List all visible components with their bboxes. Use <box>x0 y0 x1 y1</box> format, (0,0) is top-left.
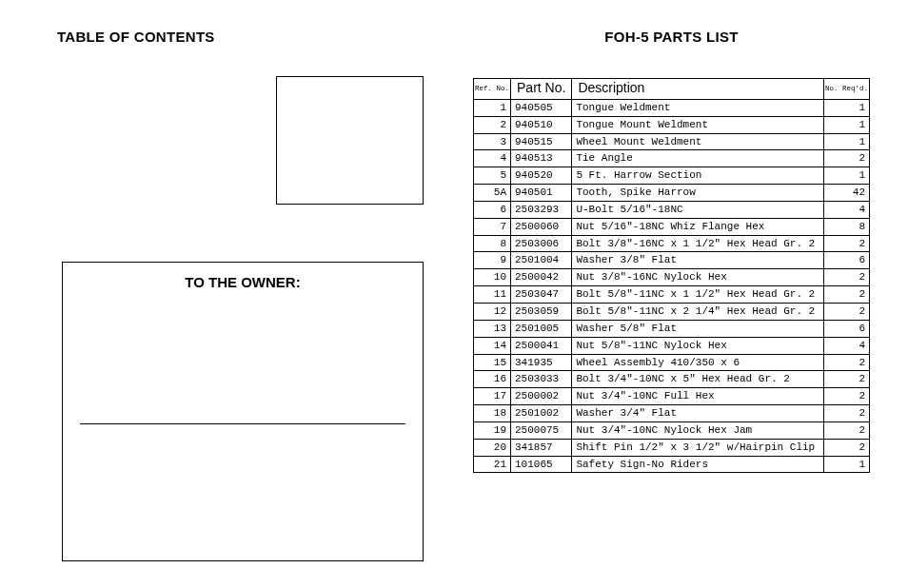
cell-description: Nut 3/4"-10NC Full Hex <box>572 388 824 405</box>
cell-description: Washer 3/8" Flat <box>572 252 824 269</box>
table-row: 2940510Tongue Mount Weldment1 <box>474 116 870 133</box>
left-column: TABLE OF CONTENTS TO THE OWNER: <box>0 0 454 588</box>
cell-no-reqd: 2 <box>823 286 869 304</box>
cell-ref-no: 14 <box>474 337 511 354</box>
table-row: 192500075Nut 3/4"-10NC Nylock Hex Jam2 <box>474 421 870 439</box>
table-row: 102500042Nut 3/8"-16NC Nylock Hex2 <box>474 269 870 286</box>
cell-description: Tie Angle <box>572 150 824 167</box>
table-row: 82503006Bolt 3/8"-16NC x 1 1/2" Hex Head… <box>474 235 870 252</box>
cell-ref-no: 18 <box>474 405 511 422</box>
cell-part-no: 2503059 <box>511 304 572 321</box>
table-row: 122503059Bolt 5/8"-11NC x 2 1/4" Hex Hea… <box>474 304 870 321</box>
page: TABLE OF CONTENTS TO THE OWNER: FOH-5 PA… <box>0 0 908 588</box>
parts-table-body: 1940505Tongue Weldment12940510Tongue Mou… <box>474 99 870 473</box>
header-description: Description <box>572 79 824 100</box>
cell-description: Washer 3/4" Flat <box>572 405 824 422</box>
cell-description: Bolt 5/8"-11NC x 2 1/4" Hex Head Gr. 2 <box>572 304 824 321</box>
cell-description: Nut 5/8"-11NC Nylock Hex <box>572 337 824 354</box>
cell-part-no: 940505 <box>511 99 572 116</box>
cell-no-reqd: 1 <box>823 167 869 185</box>
cell-no-reqd: 6 <box>823 320 869 337</box>
cell-part-no: 101065 <box>511 456 572 473</box>
cell-no-reqd: 2 <box>823 150 869 167</box>
cell-part-no: 2500002 <box>511 388 572 405</box>
cell-ref-no: 3 <box>474 133 511 150</box>
cell-part-no: 341857 <box>511 439 572 456</box>
cell-description: Safety Sign-No Riders <box>572 456 824 473</box>
cell-ref-no: 9 <box>474 252 511 269</box>
table-row: 59405205 Ft. Harrow Section1 <box>474 167 870 185</box>
cell-description: Tooth, Spike Harrow <box>572 185 824 202</box>
owner-divider <box>80 423 405 424</box>
toc-heading: TABLE OF CONTENTS <box>57 29 416 45</box>
cell-no-reqd: 4 <box>823 201 869 218</box>
table-row: 132501005Washer 5/8" Flat6 <box>474 320 870 337</box>
cell-ref-no: 15 <box>474 354 511 371</box>
table-row: 62503293U-Bolt 5/16"-18NC4 <box>474 201 870 218</box>
cell-description: Wheel Assembly 410/350 x 6 <box>572 354 824 371</box>
cell-description: Bolt 5/8"-11NC x 1 1/2" Hex Head Gr. 2 <box>572 286 824 304</box>
cell-description: Bolt 3/8"-16NC x 1 1/2" Hex Head Gr. 2 <box>572 235 824 252</box>
cell-description: Wheel Mount Weldment <box>572 133 824 150</box>
cell-description: Shift Pin 1/2" x 3 1/2" w/Hairpin Clip <box>572 439 824 456</box>
cell-part-no: 341935 <box>511 354 572 371</box>
owner-box: TO THE OWNER: <box>62 262 424 561</box>
cell-description: 5 Ft. Harrow Section <box>572 167 824 185</box>
cell-part-no: 2501002 <box>511 405 572 422</box>
owner-heading: TO THE OWNER: <box>80 274 405 290</box>
table-row: 92501004Washer 3/8" Flat6 <box>474 252 870 269</box>
cell-no-reqd: 2 <box>823 405 869 422</box>
parts-table-head: Ref. No. Part No. Description No. Req'd. <box>474 79 870 100</box>
parts-table-header-row: Ref. No. Part No. Description No. Req'd. <box>474 79 870 100</box>
cell-no-reqd: 2 <box>823 269 869 286</box>
table-row: 21101065Safety Sign-No Riders1 <box>474 456 870 473</box>
cell-no-reqd: 2 <box>823 371 869 388</box>
cell-no-reqd: 1 <box>823 133 869 150</box>
table-row: 5A940501Tooth, Spike Harrow42 <box>474 185 870 202</box>
table-row: 4940513Tie Angle2 <box>474 150 870 167</box>
cell-no-reqd: 2 <box>823 439 869 456</box>
cell-ref-no: 17 <box>474 388 511 405</box>
cell-part-no: 2503047 <box>511 286 572 304</box>
cell-ref-no: 21 <box>474 456 511 473</box>
cell-description: Tongue Mount Weldment <box>572 116 824 133</box>
cell-part-no: 2501004 <box>511 252 572 269</box>
table-row: 1940505Tongue Weldment1 <box>474 99 870 116</box>
cell-no-reqd: 42 <box>823 185 869 202</box>
cell-no-reqd: 2 <box>823 235 869 252</box>
cell-ref-no: 16 <box>474 371 511 388</box>
cell-part-no: 2500042 <box>511 269 572 286</box>
cell-part-no: 940520 <box>511 167 572 185</box>
header-no-reqd: No. Req'd. <box>823 79 869 100</box>
table-row: 20341857Shift Pin 1/2" x 3 1/2" w/Hairpi… <box>474 439 870 456</box>
cell-no-reqd: 1 <box>823 99 869 116</box>
cell-description: Nut 3/4"-10NC Nylock Hex Jam <box>572 421 824 439</box>
header-part-no: Part No. <box>511 79 572 100</box>
table-row: 172500002Nut 3/4"-10NC Full Hex2 <box>474 388 870 405</box>
cell-description: Washer 5/8" Flat <box>572 320 824 337</box>
table-row: 112503047Bolt 5/8"-11NC x 1 1/2" Hex Hea… <box>474 286 870 304</box>
cell-no-reqd: 6 <box>823 252 869 269</box>
cell-part-no: 2501005 <box>511 320 572 337</box>
cell-no-reqd: 2 <box>823 421 869 439</box>
cell-ref-no: 12 <box>474 304 511 321</box>
cell-description: Tongue Weldment <box>572 99 824 116</box>
cell-no-reqd: 1 <box>823 456 869 473</box>
cell-ref-no: 6 <box>474 201 511 218</box>
cell-ref-no: 13 <box>474 320 511 337</box>
table-row: 72500060Nut 5/16"-18NC Whiz Flange Hex8 <box>474 218 870 235</box>
cell-part-no: 2503006 <box>511 235 572 252</box>
cell-ref-no: 10 <box>474 269 511 286</box>
cell-description: U-Bolt 5/16"-18NC <box>572 201 824 218</box>
toc-image-placeholder <box>276 76 424 205</box>
cell-part-no: 2503293 <box>511 201 572 218</box>
cell-part-no: 940513 <box>511 150 572 167</box>
cell-part-no: 940501 <box>511 185 572 202</box>
cell-no-reqd: 8 <box>823 218 869 235</box>
cell-ref-no: 5A <box>474 185 511 202</box>
cell-ref-no: 8 <box>474 235 511 252</box>
parts-table: Ref. No. Part No. Description No. Req'd.… <box>473 78 870 473</box>
cell-part-no: 940515 <box>511 133 572 150</box>
cell-no-reqd: 2 <box>823 304 869 321</box>
header-ref-no: Ref. No. <box>474 79 511 100</box>
